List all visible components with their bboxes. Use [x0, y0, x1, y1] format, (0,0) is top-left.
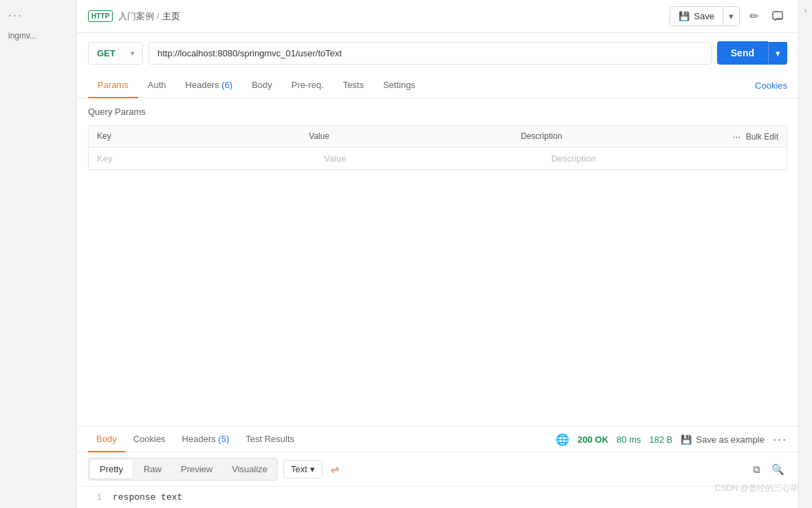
code-line-1: 1 response text [88, 492, 787, 503]
send-button[interactable]: Send [717, 41, 768, 65]
response-tab-cookies[interactable]: Cookies [125, 427, 174, 452]
tab-auth[interactable]: Auth [138, 73, 176, 98]
save-button[interactable]: 💾 Save [670, 7, 723, 25]
search-button[interactable]: 🔍 [769, 461, 787, 478]
col-description-header: Description [513, 126, 725, 147]
sidebar-dots: ··· [0, 5, 76, 25]
query-params-section: Query Params Key Value Description ··· B… [77, 98, 798, 179]
params-table: Key Value Description ··· Bulk Edit Key … [88, 125, 787, 170]
text-format-selector[interactable]: Text ▾ [283, 460, 322, 478]
format-selector-chevron-icon: ▾ [310, 464, 315, 474]
send-button-group: Send ▾ [717, 41, 787, 65]
sidebar: ··· ingmv... [0, 0, 77, 508]
response-tabs-bar: Body Cookies Headers (5) Test Results 🌐 … [77, 427, 798, 452]
tab-headers[interactable]: Headers (6) [176, 73, 243, 98]
response-tab-test-results[interactable]: Test Results [237, 427, 303, 452]
wrap-button[interactable]: ⇌ [328, 461, 342, 478]
format-tab-raw[interactable]: Raw [134, 459, 171, 480]
query-params-title: Query Params [88, 107, 787, 117]
method-label: GET [97, 48, 116, 58]
right-panel: › [798, 0, 812, 508]
save-example-label: Save as example [696, 434, 765, 445]
cell-value-placeholder[interactable]: Value [316, 148, 542, 169]
code-area: 1 response text [77, 487, 798, 508]
breadcrumb: 入门案例 / 主页 [118, 10, 180, 23]
params-table-header: Key Value Description ··· Bulk Edit [89, 126, 787, 148]
col-actions-header: ··· Bulk Edit [725, 126, 787, 147]
response-meta: 🌐 200 OK 80 ms 182 B 💾 Save as example ·… [556, 432, 787, 447]
response-section: Body Cookies Headers (5) Test Results 🌐 … [77, 426, 798, 508]
format-tab-pretty[interactable]: Pretty [90, 460, 133, 478]
request-tabs-bar: Params Auth Headers (6) Body Pre-req. Te… [77, 73, 798, 98]
response-time: 80 ms [617, 434, 641, 445]
sidebar-label: ingmv... [0, 25, 76, 46]
collapse-arrow[interactable]: › [799, 0, 812, 21]
spacer [77, 179, 798, 426]
breadcrumb-current: 主页 [162, 10, 180, 23]
cell-description-placeholder[interactable]: Description [543, 148, 770, 169]
method-selector[interactable]: GET ▾ [88, 42, 143, 65]
save-icon: 💾 [681, 434, 692, 445]
format-tabs: Pretty Raw Preview Visualize [88, 458, 278, 481]
save-example-button[interactable]: 💾 Save as example [681, 434, 765, 445]
send-dropdown-button[interactable]: ▾ [768, 42, 787, 65]
url-bar: GET ▾ Send ▾ [77, 33, 798, 73]
main-content: HTTP 入门案例 / 主页 💾 Save ▾ ✏ [77, 0, 798, 508]
bulk-edit-link[interactable]: Bulk Edit [746, 132, 778, 142]
cell-key-placeholder[interactable]: Key [89, 148, 316, 169]
response-size: 182 B [649, 434, 672, 445]
save-label: Save [694, 11, 714, 21]
copy-button[interactable]: ⧉ [750, 461, 763, 478]
more-options-icon[interactable]: ··· [733, 131, 740, 142]
method-chevron-icon: ▾ [131, 49, 134, 57]
breadcrumb-separator: / [157, 11, 160, 21]
tab-params[interactable]: Params [88, 73, 138, 98]
top-bar: HTTP 入门案例 / 主页 💾 Save ▾ ✏ [77, 0, 798, 33]
code-content-1: response text [113, 492, 182, 503]
response-tab-body[interactable]: Body [88, 427, 125, 452]
save-button-group: 💾 Save ▾ [670, 6, 740, 26]
response-tab-headers[interactable]: Headers (5) [174, 427, 238, 452]
response-more-options[interactable]: ··· [773, 432, 787, 447]
col-key-header: Key [89, 126, 300, 147]
save-dropdown-button[interactable]: ▾ [723, 7, 739, 25]
format-tab-visualize[interactable]: Visualize [222, 459, 277, 480]
comment-button[interactable] [768, 7, 787, 26]
format-bar: Pretty Raw Preview Visualize Text ▾ ⇌ ⧉ … [77, 452, 798, 487]
top-bar-actions: 💾 Save ▾ ✏ [670, 5, 787, 27]
http-badge: HTTP [88, 10, 113, 22]
format-tab-preview[interactable]: Preview [171, 459, 222, 480]
watermark: CSDN @曾经的三心草 [714, 483, 798, 494]
edit-button[interactable]: ✏ [745, 5, 762, 27]
response-status: 200 OK [578, 434, 608, 445]
tab-settings[interactable]: Settings [373, 73, 425, 98]
tab-body[interactable]: Body [242, 73, 282, 98]
col-value-header: Value [300, 126, 512, 147]
format-selector-label: Text [291, 464, 307, 474]
breadcrumb-parent[interactable]: 入门案例 [118, 10, 154, 23]
line-number-1: 1 [88, 492, 102, 503]
params-row-empty: Key Value Description [89, 148, 787, 170]
format-bar-actions: ⧉ 🔍 [750, 461, 787, 478]
globe-icon: 🌐 [556, 433, 569, 446]
save-icon: 💾 [679, 11, 690, 21]
url-input[interactable] [149, 42, 712, 65]
tab-prereq[interactable]: Pre-req. [282, 73, 333, 98]
tab-tests[interactable]: Tests [333, 73, 373, 98]
cell-actions [770, 148, 787, 169]
cookies-link[interactable]: Cookies [755, 80, 787, 91]
